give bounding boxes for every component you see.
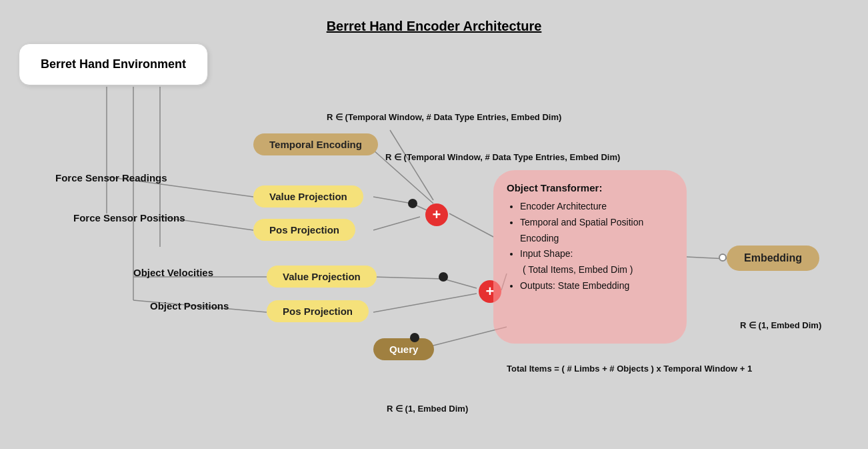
dot-1: [408, 199, 417, 208]
dot-query: [410, 333, 419, 342]
math-r4: R ∈ (1, Embed Dim): [387, 404, 468, 414]
dot-2: [439, 272, 448, 282]
svg-line-13: [443, 279, 477, 288]
transformer-item-2: Temporal and Spatial Position Encoding: [520, 215, 673, 247]
transformer-item-1: Encoder Architecture: [520, 199, 673, 215]
transformer-box: Object Transformer: Encoder Architecture…: [493, 170, 687, 344]
temporal-encoding-pill: Temporal Encoding: [253, 133, 378, 155]
math-r2: R ∈ (Temporal Window, # Data Type Entrie…: [385, 152, 620, 162]
transformer-list: Encoder Architecture Temporal and Spatia…: [507, 199, 673, 294]
query-pill: Query: [373, 338, 434, 360]
transformer-item-4: ( Total Items, Embed Dim ): [520, 262, 673, 278]
embedding-pill: Embedding: [727, 246, 819, 271]
plus-circle-1: +: [425, 203, 448, 226]
svg-line-19: [390, 130, 433, 200]
page-title: Berret Hand Encoder Architecture: [327, 19, 542, 34]
svg-line-12: [373, 294, 477, 312]
pos-projection-2-pill: Pos Projection: [267, 300, 369, 322]
obj-velocities-label: Object Velocities: [133, 267, 213, 278]
transformer-item-5: Outputs: State Embedding: [520, 278, 673, 294]
force-positions-label: Force Sensor Positions: [73, 212, 185, 223]
transformer-item-3: Input Shape:: [520, 246, 673, 262]
pos-projection-1-pill: Pos Projection: [253, 219, 355, 241]
transformer-title: Object Transformer:: [507, 182, 673, 193]
dot-white-embed: [719, 254, 727, 262]
env-label: Berret Hand Environment: [41, 57, 186, 71]
force-readings-label: Force Sensor Readings: [55, 172, 167, 183]
svg-line-10: [449, 213, 493, 237]
value-projection-1-pill: Value Projection: [253, 185, 363, 207]
env-box: Berret Hand Environment: [19, 43, 208, 85]
svg-line-8: [373, 217, 420, 230]
math-r3: R ∈ (1, Embed Dim): [740, 320, 821, 330]
obj-positions-label: Object Positions: [150, 300, 229, 312]
svg-line-11: [373, 277, 443, 279]
svg-line-7: [373, 197, 412, 203]
math-total-items: Total Items = ( # Limbs + # Objects ) x …: [507, 364, 752, 374]
value-projection-2-pill: Value Projection: [267, 266, 377, 288]
math-r1: R ∈ (Temporal Window, # Data Type Entrie…: [327, 112, 561, 122]
